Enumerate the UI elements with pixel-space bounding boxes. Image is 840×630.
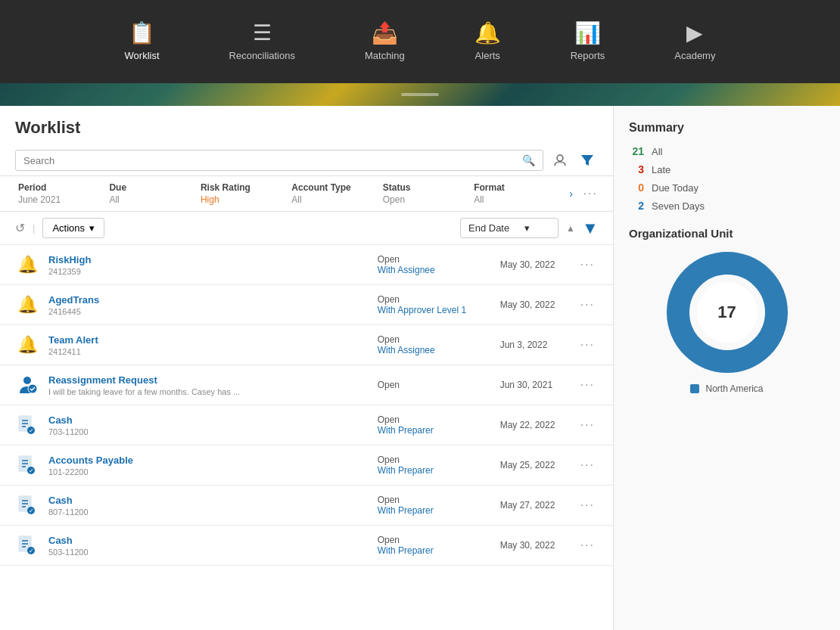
item-name[interactable]: Team Alert	[48, 334, 98, 346]
filter-icon[interactable]	[577, 150, 598, 171]
item-status: Open With Assignee	[378, 254, 491, 275]
item-date: May 22, 2022	[500, 420, 568, 430]
nav-label-matching: Matching	[365, 50, 405, 61]
filter-risk-label: Risk Rating	[201, 182, 285, 193]
nav-item-reports[interactable]: 📊 Reports	[558, 15, 618, 69]
nav-item-worklist[interactable]: 📋 Worklist	[113, 15, 172, 69]
filter-more-button[interactable]: ···	[583, 187, 598, 200]
item-icon-doc: ✓	[15, 413, 39, 437]
nav-item-reconciliations[interactable]: ☰ Reconciliations	[217, 15, 307, 69]
filter-nav: › ···	[562, 185, 598, 203]
svg-point-0	[557, 155, 563, 161]
nav-item-academy[interactable]: ▶ Academy	[662, 15, 727, 69]
assignee-text: With Assignee	[378, 345, 491, 355]
list-item[interactable]: ✓ Accounts Payable 101-22200 Open With P…	[0, 445, 613, 486]
filter-period[interactable]: Period June 2021	[15, 176, 106, 211]
item-info: Cash 503-11200	[48, 535, 369, 557]
summary-label-all: All	[652, 146, 662, 157]
nav-item-matching[interactable]: 📤 Matching	[353, 15, 417, 69]
item-name[interactable]: Cash	[48, 535, 73, 546]
item-name[interactable]: AgedTrans	[48, 294, 99, 306]
item-status: Open With Approver Level 1	[378, 294, 491, 315]
list-item[interactable]: Reassignment Request I will be taking le…	[0, 365, 613, 405]
item-menu-button[interactable]: ···	[577, 458, 598, 472]
worklist-list: 🔔 RiskHigh 2412359 Open With Assignee Ma…	[0, 245, 613, 630]
filter-row: Period June 2021 Due All Risk Rating Hig…	[0, 175, 613, 212]
filter-format-value: All	[474, 194, 558, 205]
sort-desc-button[interactable]: ▼	[583, 221, 598, 236]
nav-label-academy: Academy	[674, 50, 715, 61]
nav-item-alerts[interactable]: 🔔 Alerts	[462, 15, 513, 69]
donut-center-value: 17	[697, 282, 758, 343]
filter-due[interactable]: Due All	[106, 176, 197, 211]
summary-item-due-today: 0 Due Today	[629, 182, 825, 194]
list-item[interactable]: ✓ Cash 503-11200 Open With Preparer May …	[0, 526, 613, 566]
filter-status[interactable]: Status Open	[380, 176, 471, 211]
toolbar-divider: |	[33, 222, 35, 234]
actions-button[interactable]: Actions ▾	[42, 218, 104, 238]
assignee-text: With Preparer	[378, 425, 491, 436]
item-info: RiskHigh 2412359	[48, 254, 369, 276]
list-item[interactable]: 🔔 RiskHigh 2412359 Open With Assignee Ma…	[0, 245, 613, 285]
sort-dropdown-icon: ▾	[524, 222, 530, 234]
assignee-text: With Approver Level 1	[378, 305, 491, 315]
item-icon-doc: ✓	[15, 493, 39, 517]
item-info: AgedTrans 2416445	[48, 294, 369, 316]
item-info: Cash 703-11200	[48, 414, 369, 436]
item-name[interactable]: Cash	[48, 495, 73, 506]
refresh-button[interactable]: ↺	[15, 221, 25, 235]
user-filter-icon[interactable]	[549, 150, 571, 171]
item-menu-button[interactable]: ···	[577, 338, 598, 352]
summary-count-all: 21	[629, 145, 644, 157]
item-name[interactable]: Accounts Payable	[48, 455, 133, 466]
status-text: Open	[378, 254, 491, 265]
item-menu-button[interactable]: ···	[577, 298, 598, 312]
summary-label-seven-days: Seven Days	[652, 200, 705, 212]
item-date: Jun 3, 2022	[500, 340, 568, 350]
item-status: Open	[378, 380, 491, 390]
item-icon-alert: 🔔	[15, 293, 39, 317]
list-item[interactable]: 🔔 Team Alert 2412411 Open With Assignee …	[0, 325, 613, 365]
sort-select[interactable]: End Date ▾	[460, 218, 558, 238]
academy-icon: ▶	[686, 23, 703, 44]
svg-text:✓: ✓	[29, 427, 34, 434]
search-input-wrap[interactable]: 🔍	[15, 150, 543, 171]
item-menu-button[interactable]: ···	[577, 498, 598, 512]
item-icon-doc: ✓	[15, 453, 39, 477]
item-menu-button[interactable]: ···	[577, 258, 598, 272]
filter-format[interactable]: Format All	[471, 176, 562, 211]
reports-icon: 📊	[574, 23, 601, 44]
actions-label: Actions	[52, 222, 85, 234]
filter-account-type-label: Account Type	[291, 182, 376, 193]
sort-asc-button[interactable]: ▲	[563, 221, 578, 236]
filter-format-label: Format	[474, 182, 558, 193]
item-status: Open With Preparer	[378, 455, 491, 476]
assignee-text: With Preparer	[378, 545, 491, 556]
summary-count-due-today: 0	[629, 182, 644, 194]
list-item[interactable]: ✓ Cash 703-11200 Open With Preparer May …	[0, 405, 613, 445]
status-text: Open	[378, 414, 491, 425]
item-menu-button[interactable]: ···	[577, 378, 598, 392]
item-sub: 2412359	[48, 267, 369, 276]
sort-controls: End Date ▾ ▲ ▼	[460, 218, 598, 238]
status-text: Open	[378, 294, 491, 305]
item-name[interactable]: Reassignment Request	[48, 374, 157, 386]
item-menu-button[interactable]: ···	[577, 418, 598, 432]
list-item[interactable]: ✓ Cash 807-11200 Open With Preparer May …	[0, 486, 613, 526]
filter-status-label: Status	[383, 182, 468, 193]
filter-next-icon[interactable]: ›	[562, 185, 580, 203]
filter-account-type[interactable]: Account Type All	[288, 176, 379, 211]
summary-item-seven-days: 2 Seven Days	[629, 200, 825, 212]
item-name[interactable]: Cash	[48, 414, 73, 426]
search-input[interactable]	[23, 155, 522, 166]
search-icon: 🔍	[522, 154, 535, 166]
svg-text:✓: ✓	[29, 467, 34, 474]
summary-count-seven-days: 2	[629, 200, 644, 212]
item-date: May 25, 2022	[500, 460, 568, 470]
item-menu-button[interactable]: ···	[577, 538, 598, 552]
nav-label-alerts: Alerts	[475, 50, 500, 61]
item-name[interactable]: RiskHigh	[48, 254, 91, 265]
assignee-text: With Preparer	[378, 465, 491, 476]
filter-risk[interactable]: Risk Rating High	[198, 176, 288, 211]
list-item[interactable]: 🔔 AgedTrans 2416445 Open With Approver L…	[0, 285, 613, 325]
